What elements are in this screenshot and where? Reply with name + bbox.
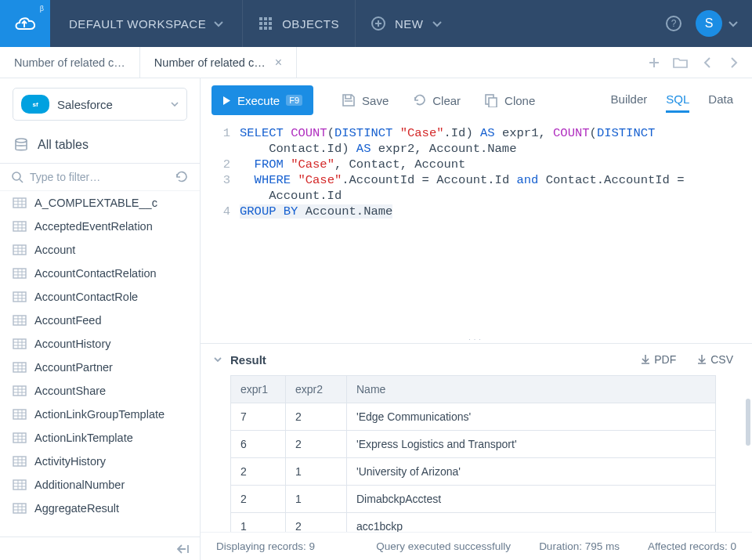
save-label: Save bbox=[362, 94, 389, 107]
svg-rect-21 bbox=[13, 410, 26, 419]
line-gutter: 1234 bbox=[201, 125, 240, 335]
clone-button[interactable]: Clone bbox=[473, 85, 546, 115]
table-item[interactable]: ActionLinkGroupTemplate bbox=[0, 403, 200, 426]
tab-label: Number of related c… bbox=[154, 56, 266, 69]
table-item-label: A_COMPLEXTABLE__c bbox=[34, 197, 157, 209]
svg-rect-16 bbox=[13, 292, 26, 302]
app-logo[interactable]: β bbox=[0, 0, 50, 47]
svg-rect-27 bbox=[489, 98, 497, 107]
svg-rect-12 bbox=[13, 198, 26, 208]
filter-input[interactable] bbox=[30, 171, 168, 183]
svg-rect-5 bbox=[269, 22, 272, 25]
svg-rect-19 bbox=[13, 363, 26, 372]
sql-editor[interactable]: 1234 SELECT COUNT(DISTINCT "Case".Id) AS… bbox=[201, 122, 752, 335]
new-tab-button[interactable] bbox=[645, 54, 663, 71]
table-item[interactable]: AccountContactRole bbox=[0, 285, 200, 309]
split-handle[interactable]: ··· bbox=[201, 335, 752, 343]
save-button[interactable]: Save bbox=[331, 85, 400, 115]
table-row[interactable]: 21'University of Arizona' bbox=[231, 458, 716, 486]
sql-code[interactable]: SELECT COUNT(DISTINCT "Case".Id) AS expr… bbox=[240, 125, 752, 335]
table-cell: 6 bbox=[231, 431, 286, 458]
table-cell: 1 bbox=[286, 486, 347, 513]
table-item[interactable]: AdditionalNumber bbox=[0, 473, 200, 497]
document-tab[interactable]: Number of related c… bbox=[0, 47, 140, 78]
collapse-sidebar-button[interactable] bbox=[175, 540, 192, 558]
table-item-label: AdditionalNumber bbox=[34, 479, 125, 491]
svg-point-10 bbox=[16, 139, 27, 143]
clear-icon bbox=[412, 93, 426, 107]
table-item[interactable]: AccountPartner bbox=[0, 356, 200, 379]
clear-button[interactable]: Clear bbox=[401, 85, 472, 115]
refresh-icon[interactable] bbox=[175, 170, 189, 184]
table-item-label: ActionLinkGroupTemplate bbox=[34, 408, 164, 421]
table-item[interactable]: AccountHistory bbox=[0, 332, 200, 356]
chevron-down-icon bbox=[171, 102, 179, 107]
search-icon bbox=[11, 171, 24, 183]
column-header[interactable]: Name bbox=[347, 376, 716, 403]
close-icon[interactable]: × bbox=[275, 56, 282, 70]
all-tables-entry[interactable]: All tables bbox=[0, 130, 200, 164]
svg-rect-1 bbox=[264, 17, 267, 20]
svg-rect-2 bbox=[269, 17, 272, 20]
table-item[interactable]: A_COMPLEXTABLE__c bbox=[0, 191, 200, 215]
table-row[interactable]: 12acc1bckp bbox=[231, 513, 716, 533]
table-item[interactable]: ActivityHistory bbox=[0, 450, 200, 473]
svg-rect-6 bbox=[259, 27, 262, 30]
table-item-label: Account bbox=[34, 244, 75, 256]
table-item[interactable]: AccountFeed bbox=[0, 309, 200, 332]
user-avatar[interactable]: S bbox=[696, 10, 722, 37]
table-item[interactable]: ActionLinkTemplate bbox=[0, 426, 200, 450]
table-row[interactable]: 72'Edge Communications' bbox=[231, 403, 716, 431]
table-item[interactable]: AggregateResult bbox=[0, 497, 200, 520]
tab-label: Number of related c… bbox=[14, 56, 125, 69]
svg-rect-15 bbox=[13, 269, 26, 278]
clone-icon bbox=[484, 93, 498, 107]
table-item-label: AcceptedEventRelation bbox=[34, 220, 153, 233]
scrollbar-thumb[interactable] bbox=[746, 399, 750, 446]
nav-new[interactable]: NEW bbox=[356, 0, 458, 47]
table-cell: 2 bbox=[231, 458, 286, 486]
svg-rect-14 bbox=[13, 245, 26, 255]
svg-rect-0 bbox=[259, 17, 262, 20]
export-pdf-button[interactable]: PDF bbox=[634, 350, 682, 369]
help-button[interactable]: ? bbox=[666, 16, 682, 31]
query-duration: Duration: 795 ms bbox=[539, 540, 620, 552]
salesforce-icon: sf bbox=[21, 95, 49, 114]
table-item[interactable]: AccountContactRelation bbox=[0, 262, 200, 285]
nav-objects[interactable]: OBJECTS bbox=[243, 0, 355, 47]
view-tab-data[interactable]: Data bbox=[708, 88, 733, 113]
save-icon bbox=[342, 93, 356, 107]
document-tab[interactable]: Number of related c… × bbox=[140, 47, 297, 78]
prev-button[interactable] bbox=[699, 54, 716, 71]
connection-selector[interactable]: sf Salesforce bbox=[13, 88, 187, 121]
plus-circle-icon bbox=[371, 16, 385, 31]
table-row[interactable]: 21DimabckpAcctest bbox=[231, 486, 716, 513]
next-button[interactable] bbox=[725, 54, 743, 71]
execute-button[interactable]: Execute F9 bbox=[212, 85, 313, 115]
table-cell: 7 bbox=[231, 403, 286, 431]
table-item-label: AccountPartner bbox=[34, 361, 113, 374]
result-table[interactable]: expr1expr2Name72'Edge Communications'62'… bbox=[230, 375, 716, 532]
execute-hotkey: F9 bbox=[286, 95, 302, 106]
chevron-down-icon[interactable] bbox=[728, 21, 738, 27]
svg-rect-22 bbox=[13, 433, 26, 443]
svg-rect-3 bbox=[259, 22, 262, 25]
column-header[interactable]: expr2 bbox=[286, 376, 347, 403]
svg-rect-20 bbox=[13, 386, 26, 396]
table-item[interactable]: AccountShare bbox=[0, 379, 200, 403]
svg-rect-8 bbox=[269, 27, 272, 30]
view-tab-builder[interactable]: Builder bbox=[611, 88, 648, 113]
table-item[interactable]: Account bbox=[0, 238, 200, 262]
svg-rect-13 bbox=[13, 222, 26, 231]
export-csv-button[interactable]: CSV bbox=[690, 350, 739, 369]
tables-list[interactable]: A_COMPLEXTABLE__cAcceptedEventRelationAc… bbox=[0, 191, 200, 537]
column-header[interactable]: expr1 bbox=[231, 376, 286, 403]
open-folder-button[interactable] bbox=[672, 54, 689, 71]
table-row[interactable]: 62'Express Logistics and Transport' bbox=[231, 431, 716, 458]
workspace-selector[interactable]: DEFAULT WORKSPACE bbox=[50, 17, 242, 31]
table-cell: acc1bckp bbox=[347, 513, 716, 533]
view-tab-sql[interactable]: SQL bbox=[666, 88, 689, 113]
chevron-down-icon[interactable] bbox=[213, 355, 222, 364]
table-item[interactable]: AcceptedEventRelation bbox=[0, 215, 200, 238]
connection-name: Salesforce bbox=[57, 98, 163, 111]
